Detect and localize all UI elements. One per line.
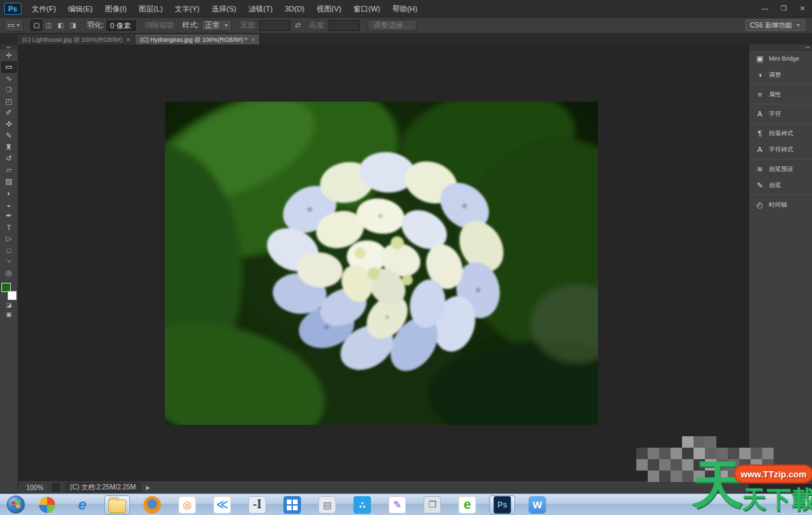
style-selected-value: 正常 [205,20,219,30]
swap-width-height-button[interactable]: ⇄ [294,21,300,30]
add-to-selection-button[interactable]: ◫ [42,20,55,31]
chevron-down-icon: ▼ [224,23,228,28]
four-color-app-icon [39,497,55,513]
intersect-selection-button[interactable]: ◨ [67,20,79,31]
close-button[interactable]: ✕ [793,3,812,15]
tool-preset-picker[interactable]: ▭ ▼ [4,19,24,32]
menu-item-help[interactable]: 帮助(H) [386,0,424,18]
canvas-area[interactable] [18,44,749,481]
panel-properties[interactable]: ≡ 属性 [749,86,812,102]
quick-mask-button[interactable]: ◪ [1,300,17,310]
taskbar-green-e-browser[interactable]: e [454,495,480,514]
dodge-tool[interactable]: ◒ [1,199,17,210]
watermark-url-badge[interactable]: www.TTzip.com [734,465,812,483]
tab-hydrangeas[interactable]: (C) Hydrangeas.jpg @ 100%(RGB/8#) * × [135,34,260,44]
quick-selection-tool[interactable]: ❍ [1,84,17,96]
panel-adjustments[interactable]: ◑ 调整 [749,67,812,83]
hand-tool[interactable]: ☞ [1,256,17,267]
menu-item-type[interactable]: 文字(Y) [169,0,206,18]
pen-tool[interactable]: ✒ [1,210,17,221]
panel-dock-collapse-handle[interactable]: ◂◂ [749,44,812,50]
panel-brush[interactable]: ✎ 画笔 [749,177,812,193]
taskbar-internet-explorer[interactable]: e [69,495,95,514]
menu-item-select[interactable]: 选择(S) [205,0,242,18]
taskbar-file-explorer[interactable] [104,495,130,514]
path-selection-tool[interactable]: ▷ [1,233,17,244]
panel-character-styles[interactable]: A 字符样式 [749,141,812,158]
background-color-swatch[interactable] [7,291,17,300]
taskbar-search-app[interactable]: ◎ [174,495,200,514]
panel-mini-bridge[interactable]: ▣ Mini Bridge [749,50,812,67]
spot-healing-brush-tool[interactable]: ✜ [1,118,17,130]
taskbar-photoshop[interactable]: Ps [489,495,515,514]
taskbar-thunder[interactable]: ≪ [209,495,235,514]
height-input[interactable] [329,20,360,31]
taskbar-wps-writer[interactable]: W [525,495,550,514]
media-grid-icon [283,496,301,514]
toolbox-collapse-handle[interactable]: ▸▸ [0,44,18,50]
menu-item-view[interactable]: 视图(V) [310,0,347,18]
clone-stamp-tool[interactable]: ♜ [1,141,17,153]
menu-item-edit[interactable]: 编辑(E) [62,0,99,18]
feather-input[interactable]: 0 像素 [106,20,136,31]
gradient-tool[interactable]: ▨ [1,176,17,187]
close-icon[interactable]: × [127,36,130,43]
panel-timeline[interactable]: ◴ 时间轴 [749,197,812,213]
restore-button[interactable]: ❐ [774,3,793,15]
screen-mode-button[interactable]: ▣ [1,310,17,319]
workspace-switcher[interactable]: CS6 新增功能 ▼ [745,20,805,31]
blur-tool[interactable]: ◗ [1,187,17,199]
hydrangeas-photo[interactable] [165,102,598,425]
document-size-info[interactable]: (C) 文档:2.25M/2.25M [65,483,141,492]
menu-item-window[interactable]: 窗口(W) [347,0,386,18]
notebook-app-icon: ▤ [318,496,336,514]
zoom-tool[interactable]: ◎ [1,267,17,279]
menu-item-file[interactable]: 文件(F) [26,0,62,18]
taskbar-firefox[interactable] [139,495,165,514]
tool-options-bar: ▭ ▼ ▢ ◫ ◧ ◨ 羽化: 0 像素 消除锯齿 样式: 正常 ▼ 宽度: ⇄… [0,18,812,34]
taskbar-four-color-app[interactable] [34,495,60,514]
taskbar-paint-app[interactable]: ✎ [384,495,410,514]
taskbar-notebook-app[interactable]: ▤ [314,495,340,514]
window-app-icon: ❐ [424,496,441,514]
tab-lighthouse[interactable]: (C) Lighthouse.jpg @ 100%(RGB/8#) × [18,34,135,44]
panel-divider [749,84,812,85]
taskbar-cloud-app[interactable]: ∴ [349,495,375,514]
workspace-label: CS6 新增功能 [750,21,792,30]
style-label: 样式: [182,20,199,30]
taskbar-ibeam-tool[interactable]: -I [244,495,270,514]
start-button[interactable] [7,495,25,514]
menu-item-layer[interactable]: 图层(L) [133,0,168,18]
refine-edge-button[interactable]: 调整边缘… [368,20,417,31]
close-icon[interactable]: × [251,36,255,43]
taskbar-window-app[interactable]: ❐ [419,495,445,514]
move-tool[interactable]: ✛ [1,50,17,61]
panel-brush-presets[interactable]: ≋ 画笔预设 [749,161,812,177]
menu-item-image[interactable]: 图像(I) [99,0,133,18]
type-tool[interactable]: T [1,221,17,233]
eraser-tool[interactable]: ▱ [1,164,17,176]
width-input[interactable] [259,20,290,31]
taskbar-media-grid[interactable] [279,495,305,514]
rectangular-marquee-tool[interactable]: ▭ [1,61,17,73]
zoom-level-field[interactable]: 100% [24,484,46,491]
status-expand-arrow-icon[interactable]: ▶ [146,485,150,491]
menu-item-filter[interactable]: 滤镜(T) [242,0,279,18]
panel-character[interactable]: A 字符 [749,106,812,122]
character-icon: A [755,109,765,119]
antialias-checkbox-label[interactable]: 消除锯齿 [144,20,174,30]
subtract-from-selection-button[interactable]: ◧ [55,20,67,31]
properties-icon: ≡ [755,90,765,100]
brush-tool[interactable]: ✎ [1,130,17,141]
crop-tool[interactable]: ◰ [1,96,17,107]
chevron-down-icon: ▼ [796,23,801,28]
panel-paragraph-styles[interactable]: ¶ 段落样式 [749,125,812,141]
eyedropper-tool[interactable]: ✐ [1,107,17,118]
new-selection-button[interactable]: ▢ [30,20,42,31]
lasso-tool[interactable]: ∿ [1,73,17,84]
menu-item-3d[interactable]: 3D(D) [279,0,310,18]
history-brush-tool[interactable]: ↺ [1,153,17,164]
minimize-button[interactable]: — [755,3,774,15]
rectangle-tool[interactable]: □ [1,244,17,256]
style-select[interactable]: 正常 ▼ [201,20,232,31]
